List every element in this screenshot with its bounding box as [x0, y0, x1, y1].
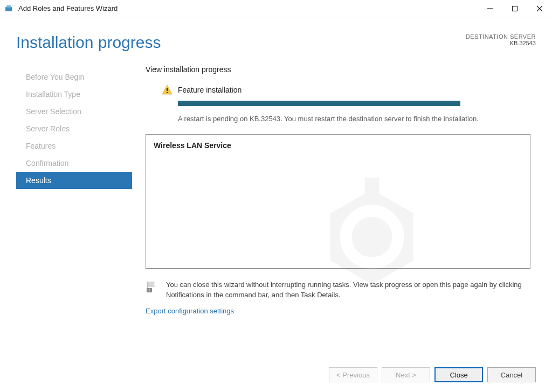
- previous-button: < Previous: [329, 367, 377, 382]
- section-title: View installation progress: [146, 65, 530, 74]
- destination-value: KB.32543: [466, 40, 536, 46]
- svg-rect-8: [167, 92, 168, 93]
- export-config-link[interactable]: Export configuration settings: [146, 307, 530, 315]
- sidebar-item-installation-type: Installation Type: [16, 86, 132, 103]
- next-button: Next >: [382, 367, 430, 382]
- footer-note-text: You can close this wizard without interr…: [166, 279, 530, 300]
- status-text: Feature installation: [178, 86, 242, 94]
- svg-rect-0: [5, 7, 12, 11]
- svg-rect-1: [6, 5, 11, 8]
- main-panel: View installation progress Feature insta…: [132, 65, 536, 360]
- wizard-sidebar: Before You Begin Installation Type Serve…: [16, 65, 132, 360]
- destination-server-block: DESTINATION SERVER KB.32543: [466, 33, 536, 46]
- sidebar-item-features: Features: [16, 137, 132, 155]
- warning-icon: [162, 85, 172, 95]
- minimize-button[interactable]: [478, 0, 502, 17]
- sidebar-item-confirmation: Confirmation: [16, 155, 132, 172]
- svg-rect-3: [513, 6, 518, 11]
- pending-message: A restart is pending on KB.32543. You mu…: [178, 114, 520, 124]
- results-box: Wireless LAN Service: [146, 134, 530, 269]
- sidebar-item-before-you-begin: Before You Begin: [16, 68, 132, 86]
- window-title: Add Roles and Features Wizard: [18, 4, 478, 12]
- destination-label: DESTINATION SERVER: [466, 33, 536, 40]
- svg-marker-10: [148, 282, 156, 287]
- close-window-button[interactable]: [527, 0, 552, 17]
- sidebar-item-results: Results: [16, 172, 132, 189]
- status-row: Feature installation: [162, 85, 530, 95]
- svg-text:1: 1: [148, 288, 150, 292]
- button-bar: < Previous Next > Close Cancel: [16, 360, 536, 392]
- sidebar-item-server-selection: Server Selection: [16, 103, 132, 120]
- cancel-button[interactable]: Cancel: [487, 367, 536, 382]
- window-controls: [478, 0, 552, 17]
- result-item: Wireless LAN Service: [154, 141, 522, 150]
- svg-rect-7: [167, 88, 168, 91]
- sidebar-item-server-roles: Server Roles: [16, 120, 132, 137]
- progress-bar: [178, 101, 460, 106]
- page-title: Installation progress: [16, 33, 466, 52]
- app-icon: [4, 4, 14, 13]
- header: Installation progress DESTINATION SERVER…: [16, 17, 536, 65]
- footer-note: 1 You can close this wizard without inte…: [146, 279, 530, 300]
- close-button[interactable]: Close: [434, 367, 483, 382]
- flag-icon: 1: [146, 281, 158, 293]
- maximize-button[interactable]: [502, 0, 527, 17]
- titlebar: Add Roles and Features Wizard: [0, 0, 552, 17]
